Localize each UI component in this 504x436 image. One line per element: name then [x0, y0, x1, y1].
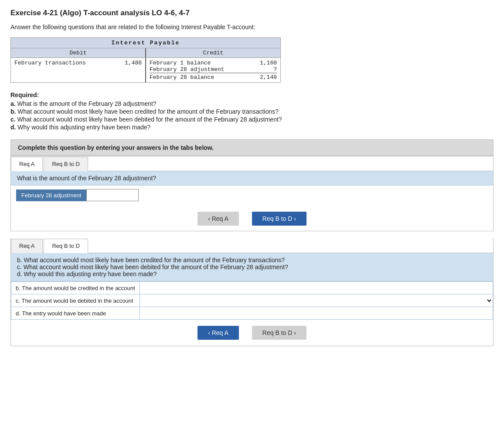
credit-value-1: 1,160: [255, 60, 277, 66]
bottom-question-line-d: d. Why would this adjusting entry have b…: [17, 270, 487, 277]
row-input-c: [140, 294, 493, 307]
req-a-nav-buttons: ‹ Req A Req B to D ›: [11, 206, 493, 231]
tab-content-req-a: What is the amount of the February 28 ad…: [11, 171, 493, 231]
debit-value: 1,480: [120, 60, 142, 66]
row-label-b: b. The amount would be credited in the a…: [11, 282, 140, 294]
tab-req-a-bottom[interactable]: Req A: [11, 239, 43, 253]
top-tabs: Req A Req B to D: [11, 156, 493, 171]
tab-req-a-top[interactable]: Req A: [11, 157, 43, 171]
required-item-d: d. Why would this adjusting entry have b…: [10, 124, 494, 131]
req-a-prev-button[interactable]: ‹ Req A: [198, 212, 239, 226]
debit-label: February transactions: [14, 60, 86, 66]
row-input-b: [140, 282, 493, 294]
bottom-question-bar: b. What account would most likely have b…: [11, 253, 493, 281]
tab-req-b-to-d-bottom[interactable]: Req B to D: [44, 239, 88, 253]
page-title: Exercise 4-21 (Algo) T-account analysis …: [10, 9, 494, 17]
table-row-d: d. The entry would have been made: [11, 307, 493, 320]
bottom-question-line-b: b. What account would most likely have b…: [17, 257, 487, 264]
t-account: Interest Payable Debit Credit February t…: [10, 37, 281, 83]
bottom-tab-section: Req A Req B to D b. What account would m…: [10, 238, 494, 346]
row-label-c: c. The amount would be debited in the ac…: [11, 294, 140, 307]
required-section: Required: a. What is the amount of the F…: [10, 91, 494, 131]
t-account-body: February transactions 1,480 February 1 b…: [11, 58, 280, 82]
required-item-c: c. What account would most likely have b…: [10, 116, 494, 123]
input-d[interactable]: [140, 307, 493, 319]
credit-column: February 1 balance 1,160 February 28 adj…: [146, 58, 280, 82]
credit-row-feb28-adjustment: February 28 adjustment ?: [150, 66, 277, 73]
req-a-next-button[interactable]: Req B to D ›: [252, 212, 306, 226]
input-b[interactable]: [140, 282, 493, 294]
debit-row-feb-transactions: February transactions 1,480: [14, 60, 142, 66]
req-a-input[interactable]: [86, 189, 139, 201]
top-tab-section: Req A Req B to D What is the amount of t…: [10, 156, 494, 231]
req-a-answer-row: February 28 adjustment: [11, 186, 493, 206]
t-account-title: Interest Payable: [11, 38, 280, 48]
credit-label-2: February 28 adjustment: [150, 66, 225, 73]
req-a-question: What is the amount of the February 28 ad…: [11, 171, 493, 186]
required-item-a: a. What is the amount of the February 28…: [10, 100, 494, 107]
bottom-next-button[interactable]: Req B to D ›: [252, 326, 306, 340]
debit-header: Debit: [11, 48, 146, 57]
credit-row-feb1-balance: February 1 balance 1,160: [150, 60, 277, 66]
table-row-b: b. The amount would be credited in the a…: [11, 282, 493, 294]
bottom-tabs: Req A Req B to D: [11, 238, 493, 253]
required-title: Required:: [10, 91, 494, 98]
bottom-prev-button[interactable]: ‹ Req A: [198, 326, 239, 340]
credit-value-3: 2,140: [255, 74, 277, 81]
debit-column: February transactions 1,480: [11, 58, 146, 82]
bottom-answer-table: b. The amount would be credited in the a…: [11, 281, 493, 320]
select-c[interactable]: [140, 294, 493, 307]
table-row-c: c. The amount would be debited in the ac…: [11, 294, 493, 307]
t-account-col-headers: Debit Credit: [11, 48, 280, 58]
intro-text: Answer the following questions that are …: [10, 24, 494, 30]
row-label-d: d. The entry would have been made: [11, 307, 140, 320]
credit-row-feb28-balance: February 28 balance 2,140: [150, 74, 277, 81]
bottom-question-line-c: c. What account would most likely have b…: [17, 264, 487, 270]
row-input-d: [140, 307, 493, 320]
req-a-answer-label: February 28 adjustment: [16, 189, 86, 201]
dropdown-cell-c: [140, 294, 493, 307]
credit-value-2: ?: [255, 66, 277, 73]
credit-label-3: February 28 balance: [150, 74, 214, 81]
tab-req-b-to-d-top[interactable]: Req B to D: [44, 157, 88, 171]
bottom-nav-buttons: ‹ Req A Req B to D ›: [11, 320, 493, 346]
credit-label-1: February 1 balance: [150, 60, 211, 66]
credit-header: Credit: [146, 48, 280, 57]
complete-banner: Complete this question by entering your …: [10, 139, 494, 156]
required-item-b: b. What account would most likely have b…: [10, 108, 494, 115]
